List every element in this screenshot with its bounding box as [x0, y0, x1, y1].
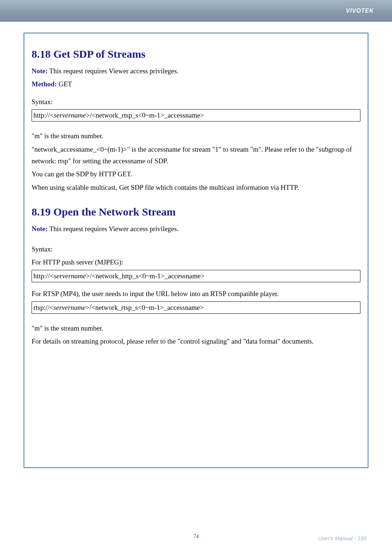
syntax-url-prefix-1: http://<: [33, 111, 54, 119]
servername-2: servername: [54, 272, 86, 280]
rtsp-url-suffix: >/<network_rtsp_s<0~m-1>_accessname>: [86, 304, 204, 311]
note-label-2: Note:: [32, 225, 48, 233]
brand-text: VIVOTEK: [346, 8, 374, 14]
syntax-label-2: Syntax:: [32, 243, 360, 255]
method-text: GET: [57, 80, 72, 88]
note-text-2: This request requires Viewer access priv…: [48, 225, 179, 233]
content-inner: 8.18 Get SDP of Streams Note: This reque…: [32, 48, 360, 348]
footer-manual-text: User's Manual - 195: [318, 535, 367, 541]
http-url-suffix: >/<network_http_s<0~m-1>_accessname>: [86, 272, 205, 280]
note-text-1: This request requires Viewer access priv…: [48, 67, 179, 75]
rtsp-desc: For RTSP (MP4), the user needs to input …: [32, 288, 360, 300]
servername-1: servername: [54, 111, 86, 119]
content-area: 8.18 Get SDP of Streams Note: This reque…: [0, 22, 392, 468]
method-label: Method:: [32, 80, 57, 88]
note-line-1: Note: This request requires Viewer acces…: [32, 65, 360, 77]
http-url-prefix: http://<: [33, 272, 54, 280]
header-bar: VIVOTEK: [0, 0, 392, 22]
note-label-1: Note:: [32, 67, 48, 75]
desc-2-2: For details on streaming protocol, pleas…: [32, 336, 360, 347]
method-line: Method: GET: [32, 78, 360, 90]
desc-1-3: You can get the SDP by HTTP GET.: [32, 168, 360, 180]
syntax-box-1: http://<servername>/<network_rtsp_s<0~m-…: [32, 109, 360, 122]
content-box: 8.18 Get SDP of Streams Note: This reque…: [24, 33, 368, 468]
syntax-box-http: http://<servername>/<network_http_s<0~m-…: [32, 270, 360, 283]
section-heading-819: 8.19 Open the Network Stream: [32, 206, 360, 218]
http-desc: For HTTP push server (MJPEG):: [32, 257, 360, 268]
desc-1-1: "m" is the stream number.: [32, 130, 360, 142]
desc-1-4: When using scalable multicast, Get SDP f…: [32, 182, 360, 193]
page-number: 74: [193, 533, 199, 539]
desc-1-2: "network_accessname_<0~(m-1)>" is the ac…: [32, 144, 360, 167]
syntax-label-1: Syntax:: [32, 96, 360, 108]
desc-2-1: "m" is the stream number.: [32, 323, 360, 334]
section-heading-818: 8.18 Get SDP of Streams: [32, 48, 360, 60]
syntax-box-rtsp: rtsp://<servername>/<network_rtsp_s<0~m-…: [32, 301, 360, 314]
syntax-url-suffix-1: >/<network_rtsp_s<0~m-1>_accessname>: [86, 111, 204, 119]
note-line-2: Note: This request requires Viewer acces…: [32, 223, 360, 235]
rtsp-url-prefix: rtsp://<: [33, 304, 53, 311]
servername-3: servername: [53, 304, 86, 311]
